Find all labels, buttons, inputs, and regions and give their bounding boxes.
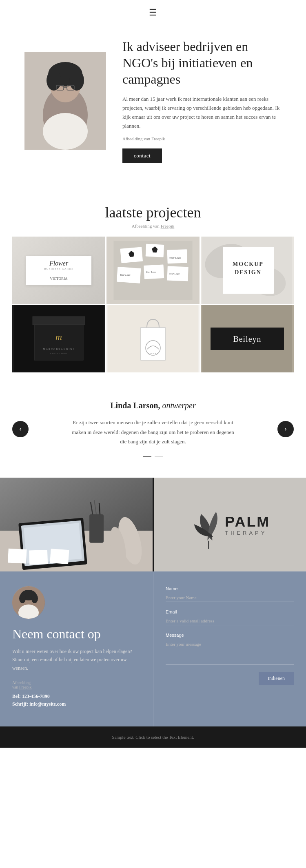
svg-text:MARCOBRANDINI: MARCOBRANDINI	[43, 348, 74, 350]
hero-section: Ik adviseer bedrijven en NGO's bij initi…	[0, 22, 306, 188]
dark-portfolio-section: PALM THERAPY	[0, 478, 306, 571]
freepik-link-hero[interactable]: Freepik	[151, 136, 165, 141]
portfolio-image-right: PALM THERAPY	[154, 478, 306, 571]
dot-1	[143, 456, 151, 457]
email-label: Email	[166, 609, 294, 614]
svg-point-67	[31, 593, 38, 603]
svg-text:COLLECTION: COLLECTION	[50, 352, 67, 354]
svg-text:Beileyn: Beileyn	[233, 334, 261, 344]
svg-text:m: m	[55, 332, 62, 342]
contact-heading: Neem contact op	[12, 626, 141, 642]
message-label: Message	[166, 633, 294, 638]
freepik-link-contact[interactable]: Freepik	[19, 685, 32, 689]
svg-rect-54	[29, 550, 48, 565]
footer-text: Sample text. Click to select the Text El…	[8, 735, 298, 740]
footer: Sample text. Click to select the Text El…	[0, 726, 306, 748]
message-input[interactable]	[166, 640, 294, 664]
hero-title: Ik adviseer bedrijven en NGO's bij initi…	[122, 38, 282, 87]
testimonial-section: ‹ Linda Larson, ontwerper Er zijn twee s…	[0, 381, 306, 477]
testimonial-prev-button[interactable]: ‹	[12, 421, 29, 437]
project-cell-2[interactable]: Your Logo Your Logo Your Logo Your Logo	[106, 237, 200, 304]
name-form-group: Name	[166, 586, 294, 602]
svg-point-66	[19, 593, 26, 603]
testimonial-author: Linda Larson, ontwerper	[33, 401, 273, 410]
hero-content: Ik adviseer bedrijven en NGO's bij initi…	[122, 38, 282, 163]
svg-text:Your Logo: Your Logo	[146, 271, 156, 273]
project-cell-4[interactable]: m MARCOBRANDINI COLLECTION	[12, 305, 105, 372]
email-input[interactable]	[166, 617, 294, 625]
svg-rect-53	[8, 548, 27, 563]
svg-rect-46	[89, 514, 104, 543]
projects-grid: Flower BUSINESS CARDS VICTORIA	[12, 237, 294, 372]
project-cell-1[interactable]: Flower BUSINESS CARDS VICTORIA	[12, 237, 105, 304]
svg-text:Your Logo: Your Logo	[169, 272, 180, 275]
contact-description: Wilt u meer weten over hoe ik uw project…	[12, 647, 141, 672]
name-label: Name	[166, 586, 294, 591]
contact-email: Schrijf: info@mysite.com	[12, 701, 141, 707]
project-cell-5[interactable]: BAKERY	[106, 305, 200, 372]
contact-button[interactable]: contact	[122, 148, 162, 163]
hero-body-text: Al meer dan 15 jaar werk ik met internat…	[122, 95, 282, 131]
contact-avatar	[12, 586, 45, 619]
testimonial-dots	[33, 456, 273, 457]
contact-section: Neem contact op Wilt u meer weten over h…	[0, 571, 306, 726]
hamburger-icon[interactable]: ☰	[149, 7, 157, 18]
svg-point-10	[67, 91, 75, 98]
svg-rect-32	[33, 317, 85, 325]
svg-text:DESIGN: DESIGN	[235, 269, 262, 275]
svg-point-9	[43, 113, 88, 150]
message-form-group: Message	[166, 633, 294, 664]
svg-text:Your Logo: Your Logo	[169, 256, 182, 259]
svg-text:BAKERY: BAKERY	[148, 352, 158, 354]
name-input[interactable]	[166, 593, 294, 602]
projects-image-credit: Afbeelding van Freepik	[0, 224, 306, 228]
dot-2	[155, 456, 163, 457]
svg-rect-55	[50, 549, 69, 564]
hero-image-credit: Afbeelding van Freepik	[122, 136, 282, 141]
contact-left-panel: Neem contact op Wilt u meer weten over h…	[0, 571, 153, 726]
contact-form-panel: Name Email Message Indienen	[153, 571, 306, 726]
contact-image-credit: Afbeeldingvan Freepik	[12, 680, 141, 689]
email-form-group: Email	[166, 609, 294, 625]
testimonial-text: Er zijn twee soorten mensen die je zulle…	[71, 418, 235, 446]
svg-text:Your Logo: Your Logo	[120, 274, 131, 276]
navbar: ☰	[0, 0, 306, 22]
svg-text:THERAPY: THERAPY	[225, 529, 267, 536]
svg-point-4	[47, 70, 61, 91]
svg-text:PALM: PALM	[225, 514, 270, 530]
project-cell-6[interactable]: Beileyn	[201, 305, 294, 372]
freepik-link-projects[interactable]: Freepik	[161, 224, 175, 228]
svg-text:MOCKUP: MOCKUP	[233, 261, 264, 267]
project-cell-3[interactable]: MOCKUP DESIGN	[201, 237, 294, 304]
svg-point-5	[69, 70, 84, 91]
hero-image	[24, 52, 106, 150]
testimonial-next-button[interactable]: ›	[277, 421, 294, 437]
projects-title: laatste projecten	[0, 204, 306, 221]
contact-phone: Bel: 123-456-7890	[12, 693, 141, 700]
submit-button[interactable]: Indienen	[259, 672, 294, 685]
projects-section: laatste projecten Afbeelding van Freepik…	[0, 188, 306, 381]
portfolio-image-left	[0, 478, 153, 571]
